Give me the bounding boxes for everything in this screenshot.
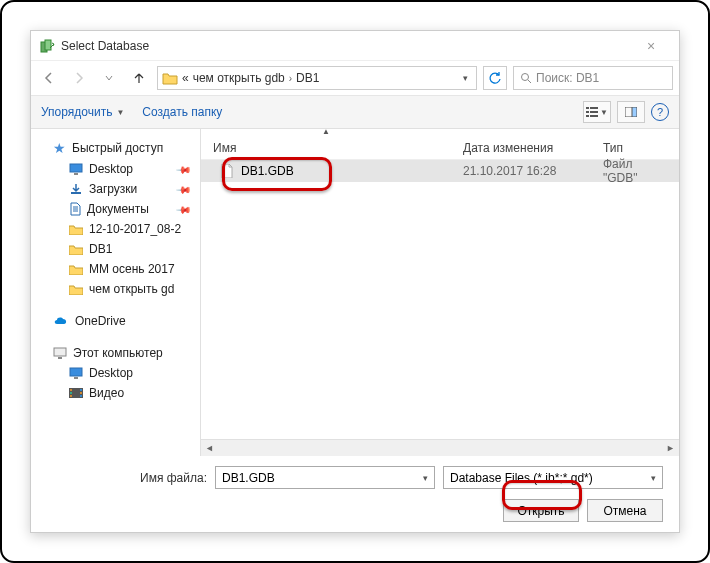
view-mode-button[interactable]: ▼ — [583, 101, 611, 123]
column-name[interactable]: Имя — [201, 141, 451, 155]
toolbar: Упорядочить▼ Создать папку ▼ ? — [31, 95, 679, 129]
search-placeholder: Поиск: DB1 — [536, 71, 599, 85]
svg-rect-14 — [71, 192, 81, 194]
svg-rect-7 — [590, 111, 598, 113]
svg-rect-24 — [70, 392, 72, 394]
star-icon: ★ — [53, 140, 66, 156]
file-name: DB1.GDB — [241, 164, 294, 178]
downloads-icon — [69, 183, 83, 195]
svg-rect-26 — [80, 389, 82, 391]
svg-rect-19 — [58, 357, 62, 359]
sidebar-pc-video[interactable]: Видео — [31, 383, 200, 403]
svg-rect-23 — [70, 389, 72, 391]
column-date[interactable]: Дата изменения — [451, 141, 591, 155]
help-button[interactable]: ? — [651, 103, 669, 121]
desktop-icon — [69, 367, 83, 379]
svg-rect-8 — [586, 115, 589, 117]
scroll-left-icon[interactable]: ◄ — [201, 443, 218, 453]
new-folder-button[interactable]: Создать папку — [142, 105, 222, 119]
svg-point-2 — [522, 74, 529, 81]
folder-icon — [69, 224, 83, 235]
sidebar-item-folder-3[interactable]: MM осень 2017 — [31, 259, 200, 279]
recent-dropdown[interactable] — [97, 66, 121, 90]
file-icon — [221, 164, 233, 178]
svg-rect-4 — [586, 107, 589, 109]
sort-indicator: ▲ — [201, 129, 451, 136]
file-list: DB1.GDB 21.10.2017 16:28 Файл "GDB" — [201, 160, 679, 439]
column-type[interactable]: Тип — [591, 141, 679, 155]
svg-rect-6 — [586, 111, 589, 113]
folder-icon — [69, 264, 83, 275]
filename-input[interactable]: DB1.GDB▾ — [215, 466, 435, 489]
crumb-2[interactable]: DB1 — [296, 71, 319, 85]
organize-button[interactable]: Упорядочить▼ — [41, 105, 124, 119]
app-icon — [39, 38, 55, 54]
documents-icon — [69, 202, 81, 216]
forward-button[interactable] — [67, 66, 91, 90]
sidebar-item-downloads[interactable]: Загрузки📌 — [31, 179, 200, 199]
file-date: 21.10.2017 16:28 — [451, 164, 591, 178]
desktop-icon — [69, 163, 83, 175]
svg-rect-9 — [590, 115, 598, 117]
search-icon — [520, 72, 532, 84]
chevron-right-icon: › — [289, 73, 292, 84]
scrollbar-horizontal[interactable]: ◄ ► — [201, 439, 679, 456]
svg-rect-27 — [80, 392, 82, 394]
folder-icon — [69, 244, 83, 255]
svg-rect-13 — [74, 173, 78, 175]
svg-line-3 — [528, 80, 531, 83]
file-area: ▲ Имя Дата изменения Тип DB1.GDB 21.10.2… — [201, 129, 679, 456]
crumb-1[interactable]: чем открыть gdb — [193, 71, 285, 85]
nav-row: « чем открыть gdb › DB1 ▾ Поиск: DB1 — [31, 61, 679, 95]
pin-icon: 📌 — [176, 181, 192, 197]
sidebar-item-folder-4[interactable]: чем открыть gd — [31, 279, 200, 299]
breadcrumb-dropdown[interactable]: ▾ — [463, 73, 468, 83]
svg-rect-5 — [590, 107, 598, 109]
filetype-filter[interactable]: Database Files (*.ib*;*.gd*)▾ — [443, 466, 663, 489]
window-title: Select Database — [61, 39, 631, 53]
open-button[interactable]: Открыть — [503, 499, 579, 522]
sidebar-item-folder-1[interactable]: 12-10-2017_08-2 — [31, 219, 200, 239]
up-button[interactable] — [127, 66, 151, 90]
pc-icon — [53, 347, 67, 359]
pin-icon: 📌 — [176, 201, 192, 217]
refresh-button[interactable] — [483, 66, 507, 90]
back-button[interactable] — [37, 66, 61, 90]
close-icon[interactable]: × — [631, 38, 671, 54]
sidebar-onedrive[interactable]: OneDrive — [31, 311, 200, 331]
folder-icon — [69, 284, 83, 295]
cancel-button[interactable]: Отмена — [587, 499, 663, 522]
onedrive-icon — [53, 315, 69, 327]
file-type: Файл "GDB" — [591, 157, 679, 185]
preview-pane-button[interactable] — [617, 101, 645, 123]
search-input[interactable]: Поиск: DB1 — [513, 66, 673, 90]
open-file-dialog: Select Database × « чем открыть gdb › DB… — [30, 30, 680, 533]
svg-rect-25 — [70, 395, 72, 397]
titlebar: Select Database × — [31, 31, 679, 61]
svg-rect-28 — [80, 395, 82, 397]
svg-rect-1 — [45, 40, 51, 50]
sidebar-item-folder-2[interactable]: DB1 — [31, 239, 200, 259]
sidebar-item-documents[interactable]: Документы📌 — [31, 199, 200, 219]
filename-label: Имя файла: — [47, 471, 207, 485]
svg-rect-12 — [70, 164, 82, 172]
video-icon — [69, 387, 83, 399]
folder-icon — [162, 71, 178, 85]
bottom-panel: Имя файла: DB1.GDB▾ Database Files (*.ib… — [31, 456, 679, 532]
svg-rect-11 — [632, 107, 637, 117]
crumb-prefix: « — [182, 71, 189, 85]
svg-rect-20 — [70, 368, 82, 376]
file-row[interactable]: DB1.GDB 21.10.2017 16:28 Файл "GDB" — [201, 160, 679, 182]
sidebar-this-pc[interactable]: Этот компьютер — [31, 343, 200, 363]
sidebar-quick-access[interactable]: ★Быстрый доступ — [31, 137, 200, 159]
svg-rect-18 — [54, 348, 66, 356]
sidebar: ★Быстрый доступ Desktop📌 Загрузки📌 Докум… — [31, 129, 201, 456]
svg-rect-21 — [74, 377, 78, 379]
scroll-right-icon[interactable]: ► — [662, 443, 679, 453]
breadcrumb[interactable]: « чем открыть gdb › DB1 ▾ — [157, 66, 477, 90]
pin-icon: 📌 — [176, 161, 192, 177]
sidebar-item-desktop[interactable]: Desktop📌 — [31, 159, 200, 179]
sidebar-pc-desktop[interactable]: Desktop — [31, 363, 200, 383]
